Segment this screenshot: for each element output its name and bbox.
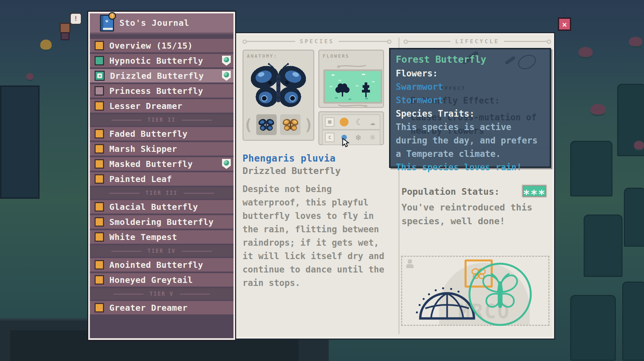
sidebar-item-drizzled-butterfly[interactable]: Drizzled Butterfly — [90, 69, 233, 82]
selected-entry-checkbox-icon — [95, 71, 105, 81]
variant-selector: ( — [244, 114, 313, 135]
sidebar-item-lesser-dreamer[interactable]: Lesser Dreamer — [90, 99, 233, 113]
variant-blue-tile[interactable] — [256, 114, 277, 135]
entry-chip-icon — [95, 174, 104, 184]
sun-icon[interactable] — [337, 118, 352, 126]
entry-chip-icon — [95, 159, 104, 169]
entry-chip-icon — [95, 217, 104, 227]
sidebar-item-greater-dreamer[interactable]: Greater Dreamer — [90, 301, 233, 314]
population-status-label: Population Status: — [401, 186, 500, 197]
tier-divider: Tier V — [90, 288, 233, 300]
entry-chip-icon — [95, 232, 104, 242]
entry-chip-icon — [95, 56, 104, 65]
tier-divider: Tier III — [90, 187, 233, 199]
entry-chip-icon — [95, 41, 104, 50]
journal-entry-list: Overview (15/15) Hypnotic Butterfly Driz… — [90, 34, 233, 338]
sidebar-item-masked-butterfly[interactable]: Masked Butterfly — [90, 157, 233, 171]
flowers-box: Flowers — [318, 50, 384, 108]
sidebar-item-faded-butterfly[interactable]: Faded Butterfly — [90, 127, 233, 140]
population-stars-badge: *** — [522, 184, 547, 198]
flower-silhouettes-art — [325, 71, 381, 102]
variant-orange-tile[interactable] — [280, 114, 301, 135]
background-tree — [570, 295, 616, 361]
sidebar-item-glacial-butterfly[interactable]: Glacial Butterfly — [90, 200, 233, 214]
tier-divider: Tier IV — [90, 245, 233, 257]
curl-decor — [337, 104, 367, 108]
close-button[interactable]: × — [558, 17, 571, 31]
scientific-name-link[interactable]: Phengaris pluvia — [243, 153, 336, 164]
person-icon — [406, 259, 414, 269]
reintroduced-badge-icon — [222, 71, 231, 81]
dim-sun-icon[interactable]: ☼ — [366, 133, 380, 142]
journal-header: * ! Sto's Journal — [90, 13, 233, 34]
journal-sidebar: * ! Sto's Journal Overview (15/15) Hypno… — [88, 12, 235, 340]
species-section-header: Species — [243, 38, 391, 45]
sidebar-item-hypnotic-butterfly[interactable]: Hypnotic Butterfly — [90, 54, 233, 67]
journal-book-icon: * ! — [100, 15, 114, 32]
game-screen: ! * ! Sto's Journal Overview (15/15) Hyp… — [0, 0, 644, 361]
background-building — [0, 85, 40, 199]
entry-chip-icon — [95, 129, 104, 138]
sidebar-item-painted-leaf[interactable]: Painted Leaf — [90, 172, 233, 186]
reintroduction-stamp-box: MRCO — [401, 256, 549, 326]
journal-detail-panel: Species Anatomy: — [235, 33, 554, 339]
reintroduced-badge-icon — [222, 159, 231, 169]
species-description: Despite not being waterproof, this playf… — [243, 182, 394, 290]
tier-divider: Tier II — [90, 114, 233, 126]
tooltip-traits-heading: Species Traits: — [396, 107, 544, 120]
tooltip-traits-text: This species is active during the day, a… — [396, 120, 543, 161]
moon-icon[interactable]: ☾ — [351, 118, 366, 126]
bracket-decor: ) — [304, 115, 313, 135]
climate-label-icon: C — [323, 133, 337, 142]
entry-chip-icon — [95, 202, 104, 212]
reintroduced-badge-icon — [222, 56, 231, 66]
tooltip-flowers-heading: Flowers: — [396, 67, 544, 80]
cloud-icon[interactable]: ☁ — [366, 118, 380, 126]
anatomy-box: Anatomy: — [243, 50, 314, 141]
snowflake-icon[interactable]: ❄ — [351, 133, 366, 142]
notification-badge: ! — [108, 12, 116, 20]
climate-row: C ❄ ☼ — [322, 130, 380, 145]
sidebar-item-smoldering-butterfly[interactable]: Smoldering Butterfly — [90, 215, 233, 229]
orange-variant-butterfly-icon — [282, 117, 299, 132]
flower-link-stormwort[interactable]: Stormwort — [396, 94, 443, 107]
conditions-box: ☾ ☁ C ❄ ☼ — [318, 111, 384, 145]
population-status-message: You've reintroduced this species, well d… — [401, 200, 549, 228]
curl-decor — [337, 64, 367, 68]
time-of-day-row: ☾ ☁ — [322, 114, 380, 130]
background-flower — [40, 40, 52, 50]
sidebar-item-anointed-butterfly[interactable]: Anointed Butterfly — [90, 258, 233, 272]
flower-habitat-picture — [323, 69, 382, 104]
entry-chip-icon — [95, 260, 104, 269]
flower-link-swarmwort[interactable]: Swarmwort — [396, 80, 443, 94]
common-name: Drizzled Butterfly — [243, 166, 341, 176]
background-bush — [579, 47, 593, 57]
rain-icon[interactable] — [337, 135, 352, 140]
sidebar-item-princess-butterfly[interactable]: Princess Butterfly — [90, 84, 233, 98]
background-bush — [629, 37, 642, 46]
tooltip-species-title: Forest Butterfly — [396, 53, 544, 67]
entry-chip-icon — [95, 303, 104, 312]
tooltip-rain-trait: This species loves rain! — [396, 161, 544, 174]
background-flower — [26, 73, 34, 80]
teal-seal-art — [467, 261, 534, 328]
blue-variant-butterfly-icon — [258, 117, 275, 132]
background-bush — [590, 104, 606, 115]
entry-chip-icon — [95, 275, 104, 285]
bracket-decor: ( — [244, 115, 253, 135]
alert-speech-bubble: ! — [70, 13, 82, 25]
species-tooltip: Effect Butterfly Effect: Causes cross-mu… — [389, 48, 551, 168]
background-tree — [622, 282, 644, 361]
sidebar-item-honeyed-greytail[interactable]: Honeyed Greytail — [90, 273, 233, 287]
entry-chip-icon — [95, 101, 104, 111]
entry-chip-icon — [95, 144, 104, 154]
journal-title: Sto's Journal — [119, 18, 190, 28]
entry-chip-icon — [95, 86, 104, 96]
background-bush — [634, 141, 644, 149]
lifecycle-section-header: Lifecycle — [404, 38, 550, 45]
sidebar-item-marsh-skipper[interactable]: Marsh Skipper — [90, 142, 233, 156]
background-tree — [584, 215, 623, 277]
sidebar-item-white-tempest[interactable]: White Tempest — [90, 230, 233, 244]
background-tree — [570, 141, 612, 196]
sidebar-item-overview[interactable]: Overview (15/15) — [90, 39, 233, 52]
